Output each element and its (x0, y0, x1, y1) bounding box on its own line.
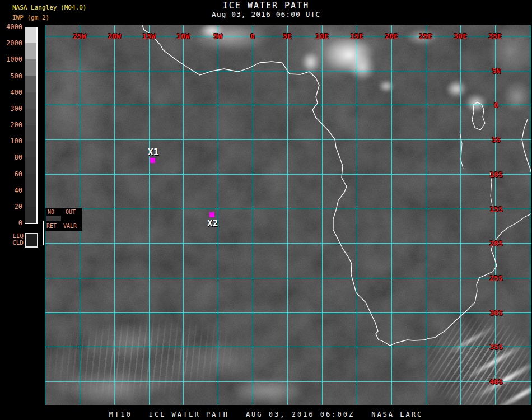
africa-coastline (142, 25, 531, 346)
east-africa-coastline (522, 119, 531, 172)
colorbar-segment (25, 109, 36, 125)
page-subtitle: Aug 03, 2016 06:00 UTC (0, 10, 532, 18)
colorbar-ticks: 400020001000500400300200100806040200 (0, 27, 22, 228)
colorbar-segment (25, 190, 36, 207)
longitude-label: 20W (108, 32, 120, 40)
footer-agency: NASA LARC (371, 410, 423, 418)
colorbar-bar (25, 27, 38, 224)
colorbar-tick-label: 40 (0, 186, 22, 194)
legend-ret-label: RET (46, 223, 57, 229)
marker-label-X2: X2 (207, 218, 218, 228)
coastline-overlay (45, 25, 531, 405)
marker-point-X1 (150, 158, 155, 163)
iwp-quicklook-page: ICE WATER PATH Aug 03, 2016 06:00 UTC NA… (0, 0, 532, 420)
longitude-label: 10W (176, 32, 189, 40)
colorbar-tick-label: 400 (0, 88, 22, 96)
latitude-label: 25S (489, 274, 502, 282)
latitude-label: 5N (492, 67, 501, 75)
footer-datetime: AUG 03, 2016 06:00Z (246, 410, 354, 418)
legend-tick-mark (43, 221, 44, 245)
latitude-label: 35S (489, 343, 502, 351)
footer-status-bar: MT10 ICE WATER PATH AUG 03, 2016 06:00Z … (0, 410, 532, 418)
latitude-label: 5S (492, 136, 501, 144)
longitude-label: 5W (213, 32, 222, 40)
colorbar-segment (25, 207, 36, 223)
colorbar-tick-label: 1000 (0, 55, 22, 63)
legend-no-label: NO (48, 209, 54, 215)
colorbar-tick-label: 60 (0, 170, 22, 178)
longitude-label: 35E (488, 32, 501, 40)
colorbar-segment (25, 141, 36, 157)
colorbar-tick-label: 100 (0, 137, 22, 145)
legend-valr-label: VALR (63, 223, 77, 229)
longitude-label: 20E (385, 32, 398, 40)
longitude-label: 25W (73, 32, 86, 40)
longitude-label: 25E (419, 32, 432, 40)
satellite-map: 25W20W15W10W5W05E10E15E20E25E30E35E5N05S… (45, 25, 531, 405)
colorbar-tick-label: 80 (0, 153, 22, 161)
colorbar-segment (25, 174, 36, 190)
latitude-label: 15S (489, 205, 502, 213)
lake-tanganyika-outline (460, 132, 463, 169)
longitude-label: 10E (315, 32, 328, 40)
colorbar-tick-label: 300 (0, 105, 22, 113)
colorbar-tick-label: 4000 (0, 23, 22, 31)
colorbar-segment (25, 43, 36, 59)
credit-label: NASA Langley (M04.0) (12, 4, 86, 11)
lake-victoria-outline (472, 102, 485, 130)
colorbar-tick-label: 500 (0, 72, 22, 80)
longitude-label: 5E (283, 32, 292, 40)
legend-out-label: OUT (66, 209, 76, 215)
colorbar-segment (25, 92, 36, 109)
longitude-label: 15W (142, 32, 155, 40)
longitude-label: 30E (454, 32, 466, 40)
latitude-label: 0 (494, 101, 498, 109)
footer-product-name: ICE WATER PATH (149, 410, 229, 418)
latitude-label: 10S (489, 170, 502, 179)
colorbar-segment (25, 157, 36, 174)
marker-point-X2 (209, 212, 214, 217)
footer-satellite-id: MT10 (109, 410, 132, 418)
colorbar-segment (25, 59, 36, 76)
liq-cld-swatch (25, 233, 38, 248)
latitude-label: 30S (489, 309, 502, 317)
colorbar-tick-label: 2000 (0, 39, 22, 47)
legend-swatch (46, 216, 61, 221)
colorbar-segment (25, 76, 36, 92)
colorbar-tick-label: 200 (0, 121, 22, 129)
colorbar-segment (25, 125, 36, 141)
colorbar-segment (25, 27, 36, 43)
longitude-label: 0 (250, 32, 255, 40)
latitude-label: 40S (489, 377, 502, 386)
liq-cld-label: LIQ CLD (8, 233, 24, 246)
units-label: IWP (gm-2) (12, 14, 49, 21)
longitude-label: 15E (350, 32, 363, 40)
retrieval-legend: NO OUT RET VALR (45, 208, 82, 231)
marker-label-X1: X1 (148, 147, 158, 157)
colorbar-tick-label: 0 (0, 219, 22, 227)
colorbar-tick-label: 20 (0, 203, 22, 211)
latitude-label: 20S (489, 239, 502, 248)
